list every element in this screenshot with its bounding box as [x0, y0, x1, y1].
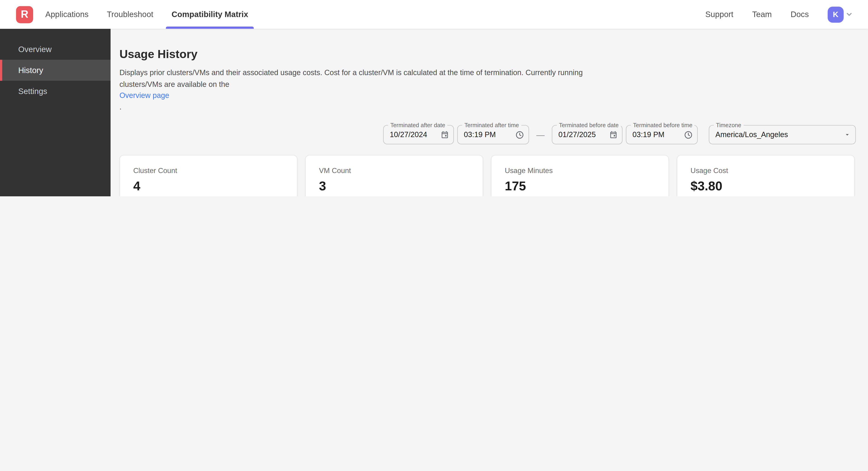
- stat-card-vm-count: VM Count 3: [305, 155, 483, 196]
- clock-icon[interactable]: [684, 130, 693, 139]
- nav-link-team[interactable]: Team: [752, 10, 772, 19]
- terminated-before-date-label: Terminated before date: [557, 122, 621, 128]
- calendar-icon[interactable]: [441, 130, 449, 139]
- stat-card-usage-cost: Usage Cost $3.80: [677, 155, 855, 196]
- main-content: Usage History Displays prior clusters/VM…: [111, 29, 868, 196]
- terminated-after-date-value[interactable]: 10/27/2024: [390, 130, 437, 139]
- nav-right: Support Team Docs K: [705, 6, 853, 23]
- stat-label: Cluster Count: [133, 166, 297, 175]
- description-line2: clusters/VMs are available on the Overvi…: [119, 79, 856, 113]
- tab-troubleshoot[interactable]: Troubleshoot: [107, 0, 153, 29]
- stat-card-cluster-count: Cluster Count 4: [119, 155, 298, 196]
- sidebar-item-settings[interactable]: Settings: [0, 81, 111, 101]
- stat-cards: Cluster Count 4 VM Count 3 Usage Minutes…: [119, 155, 856, 196]
- terminated-after-time-value[interactable]: 03:19 PM: [464, 130, 512, 139]
- nav-tabs: Applications Troubleshoot Compatibility …: [45, 0, 248, 29]
- top-nav: R Applications Troubleshoot Compatibilit…: [0, 0, 868, 29]
- sidebar-item-overview[interactable]: Overview: [0, 39, 111, 60]
- stat-label: VM Count: [319, 166, 483, 175]
- stat-label: Usage Minutes: [505, 166, 668, 175]
- date-range-separator: —: [536, 130, 545, 139]
- description-period: .: [119, 101, 856, 113]
- nav-link-support[interactable]: Support: [705, 10, 734, 19]
- terminated-before-time-value[interactable]: 03:19 PM: [632, 130, 681, 139]
- filters-row: Terminated after date 10/27/2024 Termina…: [119, 125, 856, 144]
- stat-value: 175: [505, 179, 668, 194]
- tab-applications[interactable]: Applications: [45, 0, 89, 29]
- stat-value: $3.80: [691, 179, 854, 194]
- terminated-before-time-field[interactable]: Terminated before time 03:19 PM: [626, 125, 698, 144]
- timezone-label: Timezone: [714, 122, 743, 128]
- terminated-before-date-value[interactable]: 01/27/2025: [558, 130, 606, 139]
- description-line2-text: clusters/VMs are available on the: [119, 79, 856, 90]
- page-title: Usage History: [119, 48, 856, 60]
- terminated-before-time-label: Terminated before time: [631, 122, 694, 128]
- terminated-after-date-label: Terminated after date: [388, 122, 447, 128]
- app-root: R Applications Troubleshoot Compatibilit…: [0, 0, 868, 196]
- replicated-logo[interactable]: R: [16, 6, 33, 23]
- stat-value: 3: [319, 179, 483, 194]
- calendar-icon[interactable]: [609, 130, 618, 139]
- terminated-after-date-field[interactable]: Terminated after date 10/27/2024: [383, 125, 454, 144]
- timezone-select[interactable]: Timezone America/Los_Angeles: [709, 125, 856, 144]
- terminated-before-date-field[interactable]: Terminated before date 01/27/2025: [552, 125, 622, 144]
- terminated-after-time-label: Terminated after time: [462, 122, 521, 128]
- stat-card-usage-minutes: Usage Minutes 175: [491, 155, 669, 196]
- tab-compatibility-matrix[interactable]: Compatibility Matrix: [172, 0, 248, 29]
- stat-value: 4: [133, 179, 297, 194]
- clock-icon[interactable]: [515, 130, 524, 139]
- page-description: Displays prior clusters/VMs and their as…: [119, 67, 856, 113]
- account-menu[interactable]: K: [828, 6, 853, 23]
- description-line1: Displays prior clusters/VMs and their as…: [119, 67, 856, 79]
- stat-label: Usage Cost: [691, 166, 854, 175]
- nav-link-docs[interactable]: Docs: [790, 10, 809, 19]
- avatar[interactable]: K: [828, 6, 844, 23]
- chevron-down-icon: [845, 10, 853, 19]
- timezone-value[interactable]: America/Los_Angeles: [715, 130, 840, 139]
- sidebar-item-history[interactable]: History: [0, 60, 111, 81]
- terminated-after-time-field[interactable]: Terminated after time 03:19 PM: [457, 125, 529, 144]
- overview-page-link[interactable]: Overview page: [119, 91, 169, 99]
- dropdown-arrow-icon[interactable]: [844, 131, 851, 138]
- sidebar: Overview History Settings: [0, 29, 111, 196]
